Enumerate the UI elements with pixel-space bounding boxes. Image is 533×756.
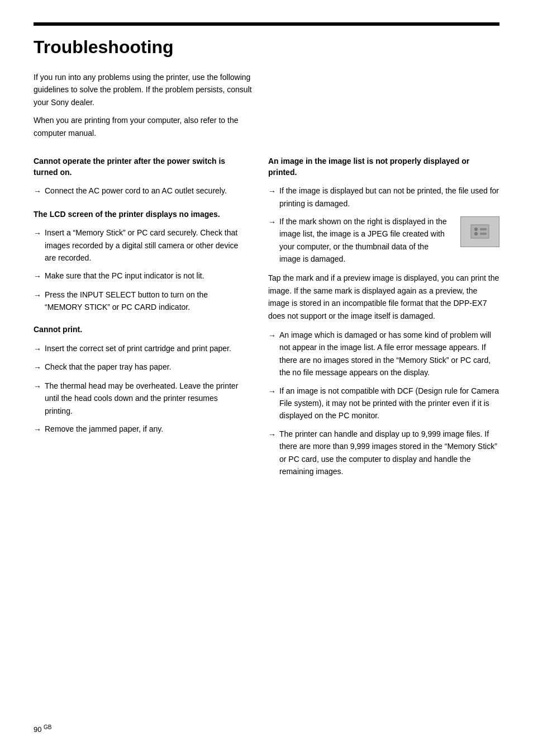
page-title: Troubleshooting [34, 37, 499, 58]
damaged-image-thumbnail [460, 216, 499, 247]
tap-mark-paragraph: Tap the mark and if a preview image is d… [268, 272, 499, 322]
bullet-text-print-1: Insert the correct set of print cartridg… [45, 342, 246, 355]
section-print-heading: Cannot print. [34, 324, 246, 336]
arrow-icon-print-4: → [34, 423, 41, 436]
section-power: Cannot operate the printer after the pow… [34, 156, 246, 198]
bullet-text-print-3: The thermal head may be overheated. Leav… [45, 380, 246, 417]
svg-rect-3 [480, 228, 487, 230]
right-main-heading: An image in the image list is not proper… [268, 156, 499, 178]
top-border [34, 22, 499, 26]
intro-paragraph-2: When you are printing from your computer… [34, 114, 257, 139]
bullet-print-4: → Remove the jammed paper, if any. [34, 423, 246, 436]
intro-paragraph-1: If you run into any problems using the p… [34, 71, 257, 108]
bullet-lcd-3: → Press the INPUT SELECT button to turn … [34, 289, 246, 314]
page-number-suffix: GB [44, 724, 51, 730]
right-bullet-2: → [268, 215, 499, 266]
bullet-text-right-3: An image which is damaged or has some ki… [279, 329, 499, 379]
right-column: An image in the image list is not proper… [268, 145, 499, 483]
bullet-list-power: → Connect the AC power cord to an AC out… [34, 185, 246, 197]
bullet-list-print: → Insert the correct set of print cartri… [34, 342, 246, 436]
right-bullet-list-1: → If the image is displayed but can not … [268, 185, 499, 265]
content-wrapper: Cannot operate the printer after the pow… [34, 145, 499, 483]
bullet-text-lcd-3: Press the INPUT SELECT button to turn on… [45, 289, 246, 314]
page-number-value: 90 [34, 725, 41, 734]
bullet-text-lcd-2: Make sure that the PC input indicator is… [45, 270, 246, 282]
svg-point-1 [474, 228, 478, 231]
arrow-icon-power-1: → [34, 185, 41, 197]
arrow-icon-right-1: → [268, 185, 276, 197]
right-bullet-1: → If the image is displayed but can not … [268, 185, 499, 210]
section-lcd-heading: The LCD screen of the printer displays n… [34, 209, 246, 220]
arrow-icon-print-1: → [34, 343, 41, 355]
arrow-icon-print-2: → [34, 361, 41, 374]
arrow-icon-print-3: → [34, 380, 41, 393]
section-power-heading: Cannot operate the printer after the pow… [34, 156, 246, 178]
page: Troubleshooting If you run into any prob… [0, 0, 533, 756]
svg-point-2 [474, 232, 478, 235]
arrow-icon-right-5: → [268, 428, 276, 441]
bullet-power-1: → Connect the AC power cord to an AC out… [34, 185, 246, 197]
arrow-icon-lcd-2: → [34, 270, 41, 282]
section-print: Cannot print. → Insert the correct set o… [34, 324, 246, 436]
bullet-text-right-2-content: If the mark shown on the right is displa… [279, 217, 447, 263]
bullet-lcd-1: → Insert a “Memory Stick” or PC card sec… [34, 226, 246, 264]
right-bullet-list-2: → An image which is damaged or has some … [268, 329, 499, 478]
thumbnail-svg [470, 224, 490, 239]
left-column: Cannot operate the printer after the pow… [34, 145, 246, 483]
bullet-print-1: → Insert the correct set of print cartri… [34, 342, 246, 355]
arrow-icon-lcd-3: → [34, 289, 41, 301]
bullet-text-lcd-1: Insert a “Memory Stick” or PC card secur… [45, 226, 246, 264]
bullet-print-2: → Check that the paper tray has paper. [34, 361, 246, 374]
arrow-icon-right-3: → [268, 329, 276, 342]
bullet-text-right-4: If an image is not compatible with DCF (… [279, 385, 499, 422]
bullet-lcd-2: → Make sure that the PC input indicator … [34, 270, 246, 282]
svg-rect-4 [480, 233, 487, 235]
arrow-icon-right-4: → [268, 385, 276, 398]
svg-rect-0 [471, 225, 489, 238]
bullet-list-lcd: → Insert a “Memory Stick” or PC card sec… [34, 226, 246, 313]
bullet-text-right-2: If the mark shown on the right is displa… [279, 215, 499, 266]
bullet-text-right-1: If the image is displayed but can not be… [279, 185, 499, 210]
right-bullet-3: → An image which is damaged or has some … [268, 329, 499, 379]
bullet-text-print-4: Remove the jammed paper, if any. [45, 423, 246, 435]
bullet-text-power-1: Connect the AC power cord to an AC outle… [45, 185, 246, 197]
page-number: 90 GB [34, 724, 52, 734]
bullet-text-right-5: The printer can handle and display up to… [279, 428, 499, 478]
arrow-icon-lcd-1: → [34, 227, 41, 239]
arrow-icon-right-2: → [268, 216, 276, 228]
section-lcd: The LCD screen of the printer displays n… [34, 209, 246, 314]
bullet-text-print-2: Check that the paper tray has paper. [45, 361, 246, 373]
right-bullet-5: → The printer can handle and display up … [268, 428, 499, 478]
right-bullet-4: → If an image is not compatible with DCF… [268, 385, 499, 422]
bullet-print-3: → The thermal head may be overheated. Le… [34, 380, 246, 417]
thumbnail-inner [461, 217, 499, 247]
